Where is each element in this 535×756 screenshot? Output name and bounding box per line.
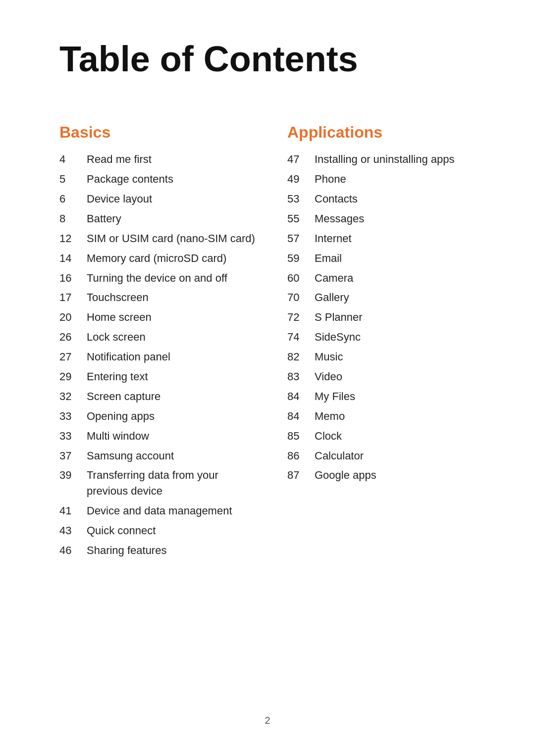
- applications-list-item: 84My Files: [287, 389, 485, 404]
- entry-text: SIM or USIM card (nano-SIM card): [87, 231, 255, 247]
- entry-text: Battery: [87, 211, 121, 227]
- basics-list-item: 5Package contents: [59, 171, 258, 187]
- entry-text: Samsung account: [87, 448, 174, 464]
- page-number: 55: [287, 211, 315, 227]
- page-number: 85: [287, 428, 315, 444]
- page-number: 86: [287, 448, 315, 464]
- page-number: 57: [287, 231, 315, 247]
- basics-list-item: 26Lock screen: [59, 329, 258, 345]
- applications-list-item: 60Camera: [287, 270, 485, 286]
- applications-column: Applications 47Installing or uninstallin…: [287, 123, 485, 487]
- page-number: 26: [59, 329, 87, 345]
- page-number: 2: [265, 715, 270, 726]
- basics-list-item: 33Opening apps: [59, 408, 258, 424]
- entry-text: Opening apps: [87, 408, 155, 424]
- entry-text: Email: [315, 251, 342, 266]
- basics-list-item: 32Screen capture: [59, 389, 258, 404]
- basics-list-item: 27Notification panel: [59, 349, 258, 365]
- applications-list-item: 83Video: [287, 369, 485, 385]
- page-number: 33: [59, 408, 87, 424]
- applications-list-item: 49Phone: [287, 171, 485, 187]
- applications-list-item: 57Internet: [287, 231, 485, 247]
- entry-text: Entering text: [87, 369, 148, 385]
- entry-text: Installing or uninstalling apps: [315, 151, 455, 167]
- page-number: 33: [59, 428, 87, 444]
- applications-list-item: 82Music: [287, 349, 485, 365]
- page-number: 20: [59, 309, 87, 325]
- basics-list-item: 20Home screen: [59, 309, 258, 325]
- basics-heading: Basics: [59, 123, 258, 142]
- basics-column: Basics 4Read me first5Package contents6D…: [59, 123, 258, 562]
- basics-list-item: 37Samsung account: [59, 448, 258, 464]
- page-number: 49: [287, 171, 315, 187]
- page-number: 14: [59, 251, 87, 266]
- applications-list-item: 84Memo: [287, 408, 485, 424]
- basics-list-item: 16Turning the device on and off: [59, 270, 258, 286]
- basics-list-item: 4Read me first: [59, 151, 258, 167]
- entry-text: Notification panel: [87, 349, 170, 365]
- applications-list-item: 47Installing or uninstalling apps: [287, 151, 485, 167]
- entry-text: Clock: [315, 428, 342, 444]
- entry-text: Package contents: [87, 171, 173, 187]
- page-number: 8: [59, 211, 87, 227]
- basics-list-item: 29Entering text: [59, 369, 258, 385]
- entry-text: Memory card (microSD card): [87, 251, 226, 266]
- basics-list-item: 39Transferring data from your previous d…: [59, 467, 258, 499]
- page-number: 6: [59, 191, 87, 207]
- entry-text: Home screen: [87, 309, 152, 325]
- basics-list-item: 6Device layout: [59, 191, 258, 207]
- page-number: 41: [59, 503, 87, 519]
- applications-list-item: 85Clock: [287, 428, 485, 444]
- entry-text: Touchscreen: [87, 290, 149, 305]
- page-number: 83: [287, 369, 315, 385]
- page-number: 12: [59, 231, 87, 247]
- entry-text: Video: [315, 369, 342, 385]
- page-number: 4: [59, 151, 87, 167]
- applications-list-item: 53Contacts: [287, 191, 485, 207]
- entry-text: Internet: [315, 231, 352, 247]
- page-number: 70: [287, 290, 315, 305]
- page-number: 27: [59, 349, 87, 365]
- applications-heading: Applications: [287, 123, 485, 142]
- entry-text: Lock screen: [87, 329, 146, 345]
- entry-text: My Files: [315, 389, 355, 404]
- basics-list-item: 14Memory card (microSD card): [59, 251, 258, 266]
- entry-text: Device and data management: [87, 503, 232, 519]
- page-number: 84: [287, 408, 315, 424]
- page-number: 59: [287, 251, 315, 266]
- entry-text: Phone: [315, 171, 346, 187]
- page-number: 87: [287, 467, 315, 483]
- basics-list-item: 12SIM or USIM card (nano-SIM card): [59, 231, 258, 247]
- page-number: 16: [59, 270, 87, 286]
- page-number: 32: [59, 389, 87, 404]
- page-number: 47: [287, 151, 315, 167]
- entry-text: Sharing features: [87, 543, 166, 558]
- page-number: 53: [287, 191, 315, 207]
- entry-text: Screen capture: [87, 389, 160, 404]
- page-number: 17: [59, 290, 87, 305]
- page-number: 72: [287, 309, 315, 325]
- applications-list-item: 55Messages: [287, 211, 485, 227]
- applications-list-item: 86Calculator: [287, 448, 485, 464]
- entry-text: Contacts: [315, 191, 358, 207]
- entry-text: Multi window: [87, 428, 149, 444]
- entry-text: Camera: [315, 270, 353, 286]
- applications-list-item: 59Email: [287, 251, 485, 266]
- entry-text: Quick connect: [87, 523, 156, 539]
- page-number: 46: [59, 543, 87, 558]
- page-number: 82: [287, 349, 315, 365]
- page-number: 84: [287, 389, 315, 404]
- entry-text: Calculator: [315, 448, 364, 464]
- entry-text: Memo: [315, 408, 345, 424]
- page-number: 43: [59, 523, 87, 539]
- page-number: 74: [287, 329, 315, 345]
- entry-text: Turning the device on and off: [87, 270, 227, 286]
- entry-text: SideSync: [315, 329, 361, 345]
- entry-text: Read me first: [87, 151, 152, 167]
- basics-list-item: 43Quick connect: [59, 523, 258, 539]
- applications-list-item: 72S Planner: [287, 309, 485, 325]
- page-title: Table of Contents: [59, 40, 485, 79]
- basics-list-item: 17Touchscreen: [59, 290, 258, 305]
- page-number: 39: [59, 467, 87, 483]
- basics-list-item: 41Device and data management: [59, 503, 258, 519]
